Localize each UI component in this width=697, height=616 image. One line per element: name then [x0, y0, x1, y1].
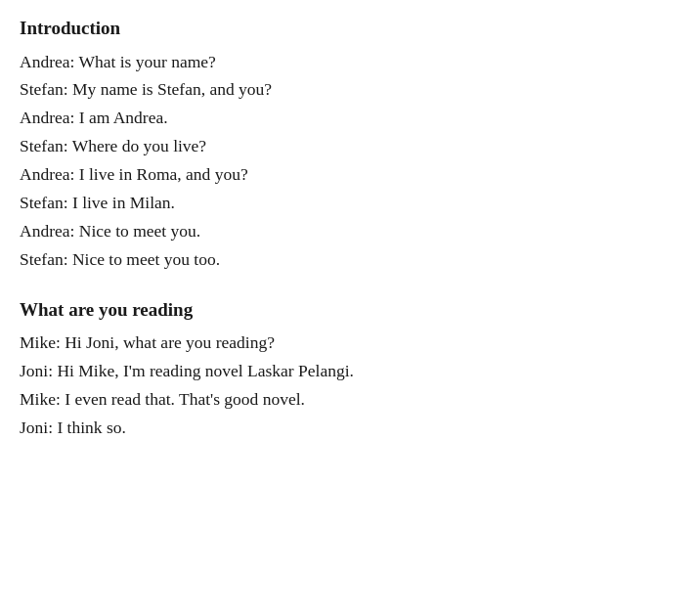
- dialogue-line: Andrea: I live in Roma, and you?: [20, 160, 677, 189]
- dialogue-line: Andrea: I am Andrea.: [20, 104, 677, 132]
- page-content: IntroductionAndrea: What is your name?St…: [20, 16, 677, 442]
- section-what-are-you-reading: What are you readingMike: Hi Joni, what …: [20, 297, 677, 442]
- dialogue-line: Mike: I even read that. That's good nove…: [20, 385, 677, 414]
- section-title-introduction: Introduction: [20, 16, 677, 42]
- section-title-what-are-you-reading: What are you reading: [20, 297, 677, 324]
- dialogue-line: Stefan: I live in Milan.: [20, 189, 677, 217]
- section-introduction: IntroductionAndrea: What is your name?St…: [20, 16, 677, 274]
- dialogue-line: Andrea: What is your name?: [20, 48, 677, 76]
- dialogue-line: Mike: Hi Joni, what are you reading?: [20, 329, 677, 357]
- dialogue-line: Stefan: My name is Stefan, and you?: [20, 75, 677, 104]
- dialogue-line: Stefan: Nice to meet you too.: [20, 245, 677, 274]
- dialogue-line: Andrea: Nice to meet you.: [20, 217, 677, 245]
- dialogue-line: Stefan: Where do you live?: [20, 132, 677, 160]
- dialogue-line: Joni: I think so.: [20, 414, 677, 442]
- dialogue-line: Joni: Hi Mike, I'm reading novel Laskar …: [20, 357, 677, 385]
